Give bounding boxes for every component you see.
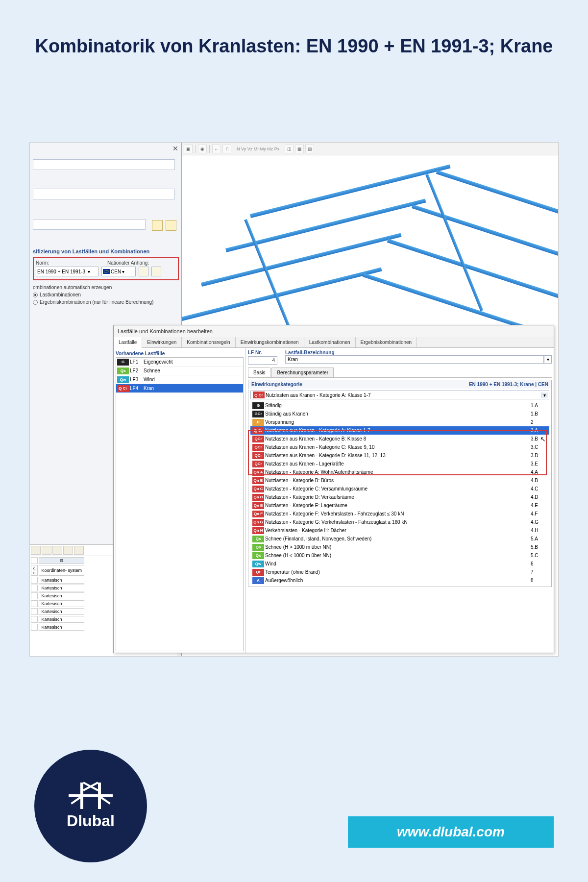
loadcase-list-panel: Vorhandene Lastfälle GLF1EigengewichtQsL… [114,348,246,653]
grid-btn-3[interactable] [52,546,62,555]
annex-label: Nationaler Anhang: [107,260,176,266]
category-row[interactable]: QsSchnee (H ≤ 1000 m über NN)5.C [250,551,549,560]
lf-nr-label: LF Nr. [248,350,277,355]
lf-list-header: Vorhandene Lastfälle [116,350,244,357]
lf-row[interactable]: QwLF3Wind [116,375,243,384]
tb-btn[interactable]: ▤ [305,145,314,153]
grid-btn-2[interactable] [42,546,51,555]
category-row[interactable]: Qn DNutzlasten - Kategorie D: Verkaufsrä… [250,493,549,501]
tb-btn[interactable]: ⌐ [212,145,221,153]
category-row[interactable]: Qn FNutzlasten - Kategorie F: Verkehrsla… [250,510,549,518]
category-dropdown-list[interactable]: GStändig1.AGCrStändig aus Kranen1.BPVors… [250,401,549,585]
dialog-tab[interactable]: Lastfälle [114,337,142,348]
brand-logo: Dlubal [34,750,147,862]
cat-label: Einwirkungskategorie [251,382,302,387]
category-row[interactable]: PVorspannung2 [250,418,549,426]
dialog-tabs: LastfälleEinwirkungenKombinationsregelnE… [114,337,554,348]
category-row[interactable]: GCrStändig aus Kranen1.B [250,410,549,418]
footer: Dlubal www.dlubal.com [0,784,588,882]
tb-btn[interactable]: ⎍ [222,145,231,153]
category-row[interactable]: QCrNutzlasten aus Kranen - Kategorie B: … [250,435,549,443]
close-icon[interactable]: ✕ [172,145,178,152]
url-box[interactable]: www.dlubal.com [348,816,554,848]
category-row[interactable]: QCrNutzlasten aus Kranen - Kategorie C: … [250,443,549,451]
tb-btn[interactable]: ▦ [295,145,304,153]
lf-row[interactable]: GLF1Eigengewicht [116,358,243,367]
radio-ergebniskombinationen[interactable]: Ergebniskombinationen (nur für lineare B… [33,299,153,305]
grid-btn-4[interactable] [63,546,73,555]
input-2[interactable] [33,189,175,199]
lf-list[interactable]: GLF1EigengewichtQsLF2SchneeQwLF3WindQ Cr… [116,357,244,651]
category-row[interactable]: QsSchnee (Finnland, Island, Norwegen, Sc… [250,535,549,543]
category-area: Einwirkungskategorie EN 1990 + EN 1991-3… [248,380,552,587]
annex-btn-2[interactable] [151,267,161,276]
dialog-tab[interactable]: Einwirkungskombinationen [236,337,304,347]
app-screenshot: ✕ sifizierung von Lastfällen und Kombina… [29,142,559,657]
panel-icon-buttons [152,220,176,231]
chevron-down-icon[interactable]: ▾ [541,392,548,398]
subtab-berechnung[interactable]: Berechnungsparameter [271,368,334,377]
tb-btn[interactable]: ▣ [184,145,193,153]
lf-name-dd[interactable]: ▾ [544,355,552,364]
category-row[interactable]: QwWind6 [250,560,549,568]
category-row[interactable]: QCrNutzlasten aus Kranen - Lagerkräfte3.… [250,460,549,468]
cursor-icon: ↖ [540,435,546,443]
dialog-tab[interactable]: Ergebniskombinationen [356,337,417,347]
detail-subtabs: Basis Berechnungsparameter [248,368,552,378]
norm-group: Norm: Nationaler Anhang: EN 1990 + EN 19… [33,257,179,280]
grid-btn-5[interactable] [74,546,84,555]
dialog-title: Lastfälle und Kombinationen bearbeiten [114,325,554,337]
panel-btn-2[interactable] [166,220,176,231]
category-row[interactable]: AAußergewöhnlich8 [250,576,549,585]
cat-select-badge: Q Cr [253,392,265,398]
cat-select[interactable]: Q Cr Nutzlasten aus Kranen - Kategorie A… [250,391,549,399]
radio-lastkombinationen[interactable]: Lastkombinationen [33,292,153,297]
norm-label: Norm: [36,260,104,266]
dialog-tab[interactable]: Einwirkungen [142,337,182,347]
category-row[interactable]: QCrNutzlasten aus Kranen - Kategorie D: … [250,451,549,460]
loadcase-detail-panel: LF Nr. Lastfall-Bezeichnung ▾ Basis Bere… [246,348,554,653]
category-row[interactable]: Qn ANutzlasten - Kategorie A: Wohn/Aufen… [250,468,549,476]
category-row[interactable]: QtTemperatur (ohne Brand)7 [250,568,549,576]
input-3[interactable] [33,219,146,230]
category-row[interactable]: Qn CNutzlasten - Kategorie C: Versammlun… [250,485,549,493]
category-row[interactable]: Qn HVerkehrslasten - Kategorie H: Dächer… [250,526,549,535]
tb-btn[interactable]: ◉ [198,145,207,153]
lf-row[interactable]: Q CrLF4Kran [116,384,243,393]
loadcase-dialog: Lastfälle und Kombinationen bearbeiten L… [113,325,554,653]
annex-select[interactable]: CEN▾ [101,267,136,276]
dialog-tab[interactable]: Lastkombinationen [304,337,356,347]
toolbar: ▣ ◉ ⌐ ⎍ N Vy Vz Mr My Mz Px ◫ ▦ ▤ [182,143,558,155]
panel-btn-1[interactable] [152,220,163,231]
cat-context: EN 1990 + EN 1991-3; Krane | CEN [469,382,548,387]
subtab-basis[interactable]: Basis [248,368,270,377]
page-title: Kombinatorik von Kranlasten: EN 1990 + E… [0,0,588,78]
category-row[interactable]: Qn GNutzlasten - Kategorie G: Verkehrsla… [250,518,549,526]
auto-create-section: ombinationen automatisch erzeugen Lastko… [33,285,153,305]
lf-nr-input[interactable] [248,356,277,365]
category-row[interactable]: GStändig1.A [250,401,549,410]
annex-btn-1[interactable] [139,267,148,276]
model-canvas[interactable] [182,155,558,342]
tb-btn[interactable]: ◫ [285,145,294,153]
coord-table: B gnKoordinaten- system Kartesisch Karte… [30,556,85,632]
lf-row[interactable]: QsLF2Schnee [116,367,243,375]
category-row[interactable]: Qn ENutzlasten - Kategorie E: Lagerräume… [250,501,549,510]
eu-flag-icon [103,269,110,274]
lf-name-label: Lastfall-Bezeichnung [285,350,552,355]
category-row[interactable]: Q CrNutzlasten aus Kranen - Kategorie A:… [250,426,549,435]
brand-name: Dlubal [67,812,115,830]
norm-select[interactable]: EN 1990 + EN 1991-3;▾ [36,267,98,276]
section-classify-label: sifizierung von Lastfällen und Kombinati… [33,248,149,254]
lf-name-input[interactable] [285,355,544,364]
dialog-tab[interactable]: Kombinationsregeln [182,337,235,347]
bridge-icon [69,783,113,809]
grid-btn-1[interactable] [31,546,41,555]
category-row[interactable]: QsSchnee (H > 1000 m über NN)5.B [250,543,549,551]
category-row[interactable]: Qn BNutzlasten - Kategorie B: Büros4.B [250,476,549,485]
input-1[interactable] [33,159,175,170]
